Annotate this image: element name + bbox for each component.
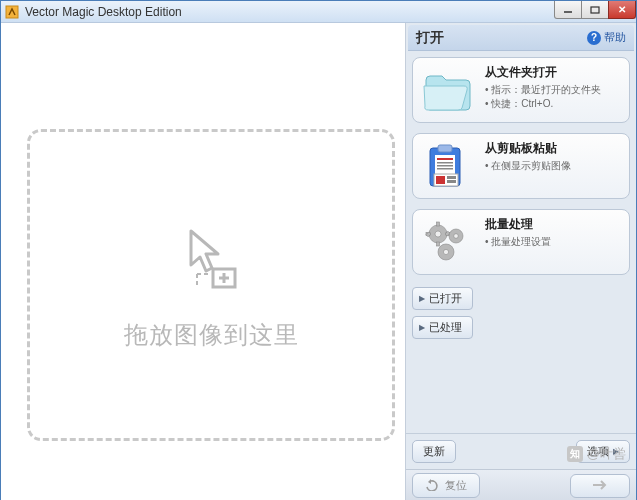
side-panel: 打开 ? 帮助 从文件夹打开 • 指示：最近打开的文件夹 • 快捷：Ctrl+O…	[405, 23, 636, 500]
undo-label: 复位	[445, 478, 467, 493]
svg-point-22	[435, 231, 441, 237]
svg-rect-11	[438, 145, 452, 152]
card-body: 从文件夹打开 • 指示：最近打开的文件夹 • 快捷：Ctrl+O.	[485, 64, 623, 116]
card-line: • 在侧显示剪贴图像	[485, 159, 623, 173]
processed-label: 已处理	[429, 320, 462, 335]
triangle-right-icon: ▶	[419, 323, 425, 332]
card-body: 批量处理 • 批量处理设置	[485, 216, 623, 268]
update-button[interactable]: 更新	[412, 440, 456, 463]
card-line: • 指示：最近打开的文件夹	[485, 83, 623, 97]
panel-title: 打开	[416, 29, 587, 47]
card-title: 从文件夹打开	[485, 64, 623, 81]
help-icon: ?	[587, 31, 601, 45]
svg-rect-13	[437, 158, 453, 160]
next-button[interactable]	[570, 474, 630, 498]
svg-point-32	[443, 249, 448, 254]
svg-rect-16	[437, 168, 453, 170]
card-title: 批量处理	[485, 216, 623, 233]
folder-icon	[419, 64, 477, 116]
processed-button[interactable]: ▶ 已处理	[412, 316, 473, 339]
window-title: Vector Magic Desktop Edition	[25, 5, 632, 19]
undo-icon	[425, 479, 439, 493]
svg-rect-20	[447, 180, 456, 183]
content-area: 拖放图像到这里 打开 ? 帮助 从文件夹打开	[1, 23, 636, 500]
app-window: Vector Magic Desktop Edition ✕ 拖放	[0, 0, 637, 500]
bottom-bar: 复位	[406, 469, 636, 500]
svg-point-30	[454, 234, 459, 239]
titlebar: Vector Magic Desktop Edition ✕	[1, 1, 636, 23]
card-title: 从剪贴板粘贴	[485, 140, 623, 157]
side-buttons: ▶ 已打开 ▶ 已处理	[412, 287, 630, 345]
window-controls: ✕	[555, 1, 636, 19]
drop-zone[interactable]: 拖放图像到这里	[27, 129, 395, 441]
svg-rect-15	[437, 165, 453, 167]
card-batch-process[interactable]: 批量处理 • 批量处理设置	[412, 209, 630, 275]
panel-header: 打开 ? 帮助	[408, 25, 634, 51]
card-line: • 快捷：Ctrl+O.	[485, 97, 623, 111]
close-button[interactable]: ✕	[608, 1, 636, 19]
svg-rect-19	[447, 176, 456, 179]
maximize-button[interactable]	[581, 1, 609, 19]
card-open-from-folder[interactable]: 从文件夹打开 • 指示：最近打开的文件夹 • 快捷：Ctrl+O.	[412, 57, 630, 123]
opened-button[interactable]: ▶ 已打开	[412, 287, 473, 310]
svg-rect-23	[437, 222, 440, 226]
minimize-button[interactable]	[554, 1, 582, 19]
svg-rect-18	[436, 176, 445, 184]
card-paste-from-clipboard[interactable]: 从剪贴板粘贴 • 在侧显示剪贴图像	[412, 133, 630, 199]
gears-icon	[419, 216, 477, 268]
app-icon	[5, 5, 19, 19]
watermark-text: @叶喾	[587, 445, 626, 463]
clipboard-icon	[419, 140, 477, 192]
opened-label: 已打开	[429, 291, 462, 306]
card-body: 从剪贴板粘贴 • 在侧显示剪贴图像	[485, 140, 623, 192]
canvas-pane: 拖放图像到这里	[1, 23, 405, 500]
help-link[interactable]: ? 帮助	[587, 30, 626, 45]
card-line: • 批量处理设置	[485, 235, 623, 249]
arrow-right-icon	[591, 479, 609, 493]
svg-rect-2	[591, 7, 599, 13]
help-label: 帮助	[604, 30, 626, 45]
svg-rect-24	[437, 242, 440, 246]
drop-zone-text: 拖放图像到这里	[124, 319, 299, 351]
watermark: 知 @叶喾	[567, 445, 626, 463]
undo-button[interactable]: 复位	[412, 473, 480, 498]
zhihu-icon: 知	[567, 446, 583, 462]
cursor-drop-icon	[171, 219, 251, 299]
triangle-right-icon: ▶	[419, 294, 425, 303]
svg-rect-14	[437, 162, 453, 164]
